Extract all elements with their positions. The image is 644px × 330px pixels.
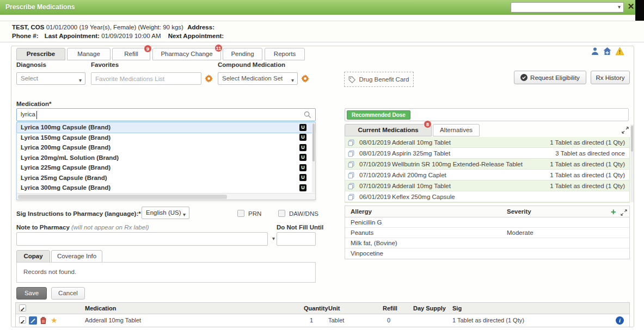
request-eligibility-button[interactable]: Request Eligibility: [514, 71, 586, 84]
u-flag-badge: U: [299, 154, 306, 161]
note-to-pharmacy-input[interactable]: [16, 232, 268, 246]
expand-icon[interactable]: [622, 127, 629, 135]
window-title: Prescribe Medications: [5, 3, 75, 11]
rx-history-button[interactable]: Rx History: [591, 71, 630, 84]
last-appt-label: Last Appointment:: [45, 33, 100, 39]
add-allergy-icon[interactable]: +: [611, 206, 616, 217]
copy-icon[interactable]: [348, 193, 354, 204]
medication-result-item[interactable]: Lyrica 200mg Capsule (Brand)U: [17, 142, 315, 153]
patient-user-icon[interactable]: [591, 47, 599, 57]
prn-checkbox[interactable]: [237, 210, 244, 217]
medication-result-item[interactable]: Lyrica 225mg Capsule (Brand)U: [17, 163, 315, 173]
sig-instructions-label: Sig Instructions to Pharmacy (language):…: [16, 210, 141, 217]
current-medication-row[interactable]: 07/10/2019 Wellbutrin SR 100mg Extended-…: [345, 159, 629, 170]
header-icons: [591, 47, 624, 57]
tab-manage[interactable]: Manage: [67, 48, 111, 60]
phone-label: Phone #:: [12, 33, 39, 39]
text-cursor: [36, 111, 37, 119]
favorite-star-icon[interactable]: ★: [51, 314, 58, 327]
tab-prescribe[interactable]: Prescribe: [16, 48, 65, 60]
tag-icon: [348, 76, 355, 83]
patient-name: TEST, COS: [12, 24, 44, 30]
chevron-down-icon: [183, 209, 186, 220]
chevron-down-icon: [291, 74, 294, 86]
current-medications-scrollbar[interactable]: [630, 124, 634, 202]
patient-line-1: TEST, COS 01/01/2000 (19 Year(s), Female…: [12, 24, 214, 30]
check-circle-icon: [520, 74, 528, 81]
medication-result-item[interactable]: Lyrica 20mg/mL Solution (Brand)U: [17, 153, 315, 163]
note-dropdown-icon[interactable]: [272, 235, 275, 241]
copay-records-panel: Records not found.: [16, 262, 316, 283]
u-flag-badge: U: [299, 144, 306, 151]
tab-alternatives[interactable]: Alternatives: [433, 124, 480, 136]
save-button[interactable]: Save: [16, 287, 47, 300]
tab-current-medications[interactable]: Current Medications: [345, 124, 432, 136]
medication-result-item[interactable]: Lyrica 25mg Capsule (Brand)U: [17, 173, 315, 183]
compound-gear-icon[interactable]: [301, 74, 309, 84]
current-medication-row[interactable]: 07/10/2019 Adderall 10mg Tablet 1 Tablet…: [345, 180, 629, 191]
favorites-input[interactable]: [91, 72, 201, 85]
allergy-row[interactable]: Penicillin G: [345, 217, 629, 228]
current-medication-row[interactable]: 07/10/2019 Advil 200mg Caplet 1 Tablet a…: [345, 170, 629, 180]
diagnosis-select[interactable]: Select: [16, 72, 85, 85]
diagnosis-label: Diagnosis: [16, 61, 46, 68]
prn-label: PRN: [248, 210, 261, 217]
info-icon[interactable]: i: [616, 316, 624, 325]
rx-table: Medication Quantity Unit Refill Day Supp…: [15, 302, 630, 327]
current-medication-row[interactable]: 08/01/2019 Adderall 10mg Tablet 1 Tablet…: [345, 137, 629, 148]
recommended-dose-button[interactable]: Recommended Dose: [347, 110, 410, 120]
edit-icon[interactable]: [29, 316, 37, 325]
close-icon[interactable]: ✕: [626, 2, 636, 13]
favorites-gear-icon[interactable]: [205, 74, 213, 84]
rx-table-row[interactable]: ★ Adderall 10mg Tablet 1 Tablet 0 1 Tabl…: [16, 314, 629, 327]
refill-count-badge: 9: [144, 45, 152, 53]
current-medication-row[interactable]: 06/01/2019 Keflex 250mg Capsule: [345, 191, 629, 202]
allergy-row[interactable]: Vinpocetine: [345, 248, 629, 259]
u-flag-badge: U: [299, 164, 306, 171]
patient-details: 01/01/2000 (19 Year(s), Female) (Weight:…: [46, 24, 183, 30]
sig-language-select[interactable]: English (US): [142, 207, 189, 219]
recommended-dose-bar: Recommended Dose: [345, 108, 629, 121]
scrollbar-thumb[interactable]: [631, 126, 633, 152]
next-appt-label: Next Appointment:: [168, 33, 224, 39]
dropdown-horizontal-scrollbar[interactable]: [17, 193, 315, 200]
medication-result-item[interactable]: Lyrica 300mg Capsule (Brand)U: [17, 183, 315, 193]
tab-coverage-info[interactable]: Coverage Info: [51, 250, 102, 263]
home-plus-icon[interactable]: [603, 47, 612, 57]
header-dropdown[interactable]: [511, 2, 624, 13]
delete-icon[interactable]: [40, 316, 47, 329]
select-all-checkbox[interactable]: [19, 304, 26, 312]
patient-line-2: Phone #: Last Appointment: 01/09/2019 10…: [12, 33, 224, 39]
row-checkbox[interactable]: [19, 316, 26, 323]
do-not-fill-until-label: Do Not Fill Until: [277, 224, 323, 231]
daw-dns-checkbox[interactable]: [278, 210, 285, 217]
allergy-table: Allergy Severity + Penicillin G PeanutsM…: [345, 206, 630, 259]
medication-results-dropdown: Lyrica 100mg Capsule (Brand)U Lyrica 150…: [16, 122, 316, 200]
note-to-pharmacy-label: Note to Pharmacy (will not appear on Rx …: [16, 224, 149, 231]
compound-medication-label: Compound Medication: [218, 61, 285, 68]
drug-benefit-card-button[interactable]: Drug Benefit Card: [344, 72, 414, 87]
medication-result-item[interactable]: Lyrica 150mg Capsule (Brand)U: [17, 133, 315, 143]
current-medications-table: 08/01/2019 Adderall 10mg Tablet 1 Tablet…: [345, 137, 630, 203]
tab-pharmacy-change[interactable]: Pharmacy Change: [152, 48, 221, 60]
severity-column-header: Severity: [507, 206, 531, 217]
dropdown-vertical-scrollbar[interactable]: [312, 122, 315, 192]
tab-pending[interactable]: Pending: [223, 48, 262, 60]
allergy-row[interactable]: PeanutsModerate: [345, 228, 629, 238]
medication-search-box[interactable]: lyrica: [16, 108, 316, 121]
tab-copay[interactable]: Copay: [16, 250, 50, 263]
cancel-button[interactable]: Cancel: [51, 287, 85, 300]
u-flag-badge: U: [299, 184, 306, 191]
warning-triangle-icon[interactable]: [615, 47, 624, 57]
tab-reports[interactable]: Reports: [265, 48, 305, 60]
allergy-row[interactable]: Milk fat, (Bovine): [345, 238, 629, 248]
compound-medication-select[interactable]: Select Medication Set: [218, 72, 298, 85]
scrollbar-thumb[interactable]: [18, 195, 227, 199]
patient-info-bar: TEST, COS 01/01/2000 (19 Year(s), Female…: [0, 21, 644, 42]
current-medication-row[interactable]: 08/01/2019 Aspirin 325mg Tablet 3 Tablet…: [345, 148, 629, 159]
search-icon[interactable]: [304, 111, 311, 120]
medication-result-item[interactable]: Lyrica 100mg Capsule (Brand)U: [17, 122, 315, 133]
rx-table-header: Medication Quantity Unit Refill Day Supp…: [16, 303, 629, 314]
do-not-fill-until-input[interactable]: [277, 232, 316, 246]
scrollbar-thumb[interactable]: [312, 123, 315, 161]
